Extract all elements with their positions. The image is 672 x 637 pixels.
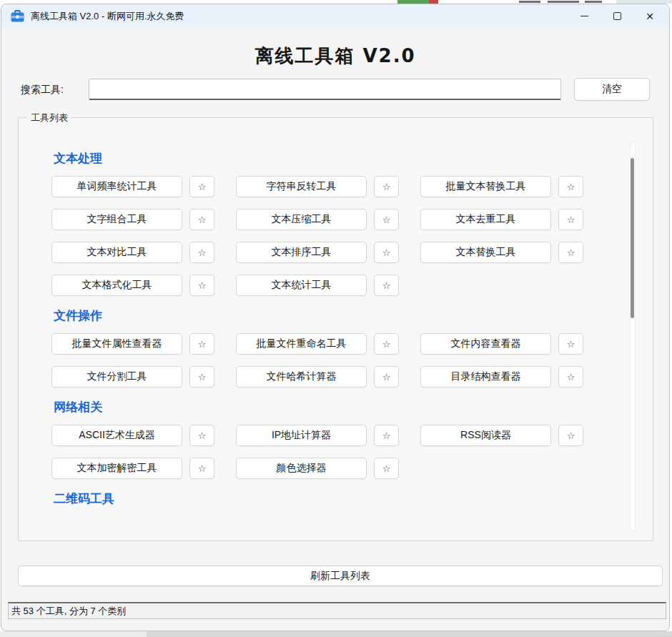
category-heading: 网络相关	[54, 399, 653, 416]
tool-button[interactable]: 文本去重工具	[420, 209, 551, 230]
tool-button[interactable]: 批量文件重命名工具	[236, 333, 367, 355]
tool-grid: ASCII艺术生成器☆IP地址计算器☆RSS阅读器☆文本加密解密工具☆颜色选择器…	[51, 425, 653, 479]
tool-button[interactable]: 文本排序工具	[236, 242, 367, 263]
tool-cell: 文本去重工具☆	[420, 209, 605, 230]
tool-button[interactable]: 文件内容查看器	[420, 333, 551, 355]
favorite-star-button[interactable]: ☆	[189, 176, 214, 197]
tool-button[interactable]: 批量文件属性查看器	[51, 333, 182, 355]
tool-cell: 文本格式化工具☆	[51, 275, 236, 296]
tool-button[interactable]: 文本统计工具	[236, 275, 367, 296]
tool-list-content: 文本处理单词频率统计工具☆字符串反转工具☆批量文本替换工具☆文字组合工具☆文本压…	[19, 118, 653, 508]
favorite-star-button[interactable]: ☆	[374, 425, 399, 446]
clear-button[interactable]: 清空	[574, 78, 650, 101]
tool-cell: 批量文本替换工具☆	[420, 176, 605, 197]
tool-list-groupbox: 文本处理单词频率统计工具☆字符串反转工具☆批量文本替换工具☆文字组合工具☆文本压…	[18, 117, 653, 541]
minimize-button[interactable]	[568, 4, 601, 28]
tool-cell: IP地址计算器☆	[236, 425, 420, 446]
favorite-star-button[interactable]: ☆	[189, 242, 214, 263]
tool-button[interactable]: 文字组合工具	[51, 209, 182, 230]
favorite-star-button[interactable]: ☆	[558, 366, 583, 387]
tool-grid: 单词频率统计工具☆字符串反转工具☆批量文本替换工具☆文字组合工具☆文本压缩工具☆…	[51, 176, 653, 296]
tool-cell: 文本对比工具☆	[51, 242, 236, 263]
tool-cell: ASCII艺术生成器☆	[51, 425, 236, 446]
favorite-star-button[interactable]: ☆	[558, 425, 583, 446]
toolbox-icon	[11, 10, 24, 22]
search-label: 搜索工具:	[21, 84, 64, 97]
search-row: 搜索工具: 清空	[1, 78, 669, 102]
tool-button[interactable]: 文本压缩工具	[236, 209, 367, 230]
favorite-star-button[interactable]: ☆	[374, 458, 399, 479]
titlebar: 离线工具箱 V2.0 - 断网可用.永久免费 ✕	[1, 4, 669, 28]
tool-cell: 文字组合工具☆	[51, 209, 236, 230]
scrollbar-thumb[interactable]	[631, 158, 634, 318]
tool-button[interactable]: 文件分割工具	[51, 366, 182, 387]
maximize-icon	[613, 12, 621, 20]
favorite-star-button[interactable]: ☆	[558, 209, 583, 230]
background-sliver-mark	[585, 1, 602, 3]
favorite-star-button[interactable]: ☆	[189, 275, 214, 296]
tool-button[interactable]: 颜色选择器	[236, 458, 367, 479]
tool-cell: 文本排序工具☆	[236, 242, 420, 263]
tool-button[interactable]: 文本格式化工具	[51, 275, 182, 296]
tool-cell: 文本压缩工具☆	[236, 209, 420, 230]
groupbox-legend: 工具列表	[27, 112, 71, 124]
tool-button[interactable]: RSS阅读器	[420, 425, 551, 446]
tool-button[interactable]: IP地址计算器	[236, 425, 367, 446]
desktop-strip-left	[0, 631, 147, 637]
category-heading: 二维码工具	[54, 490, 653, 508]
favorite-star-button[interactable]: ☆	[374, 242, 399, 263]
window-title: 离线工具箱 V2.0 - 断网可用.永久免费	[31, 10, 568, 23]
favorite-star-button[interactable]: ☆	[558, 242, 583, 263]
tool-cell: 文本统计工具☆	[236, 275, 420, 296]
favorite-star-button[interactable]: ☆	[374, 333, 399, 355]
tool-button[interactable]: 目录结构查看器	[420, 366, 551, 387]
favorite-star-button[interactable]: ☆	[558, 333, 583, 355]
favorite-star-button[interactable]: ☆	[558, 176, 583, 197]
favorite-star-button[interactable]: ☆	[189, 333, 214, 355]
tool-cell: 目录结构查看器☆	[420, 366, 605, 387]
search-input[interactable]	[89, 79, 561, 100]
tool-cell: 颜色选择器☆	[236, 458, 420, 479]
favorite-star-button[interactable]: ☆	[189, 209, 214, 230]
favorite-star-button[interactable]: ☆	[189, 425, 214, 446]
tool-cell: RSS阅读器☆	[420, 425, 605, 446]
tool-cell: 字符串反转工具☆	[236, 176, 420, 197]
tool-button[interactable]: 单词频率统计工具	[51, 176, 182, 197]
refresh-tools-button[interactable]: 刷新工具列表	[18, 566, 663, 586]
tool-button[interactable]: 文本对比工具	[51, 242, 182, 263]
app-window: 离线工具箱 V2.0 - 断网可用.永久免费 ✕ 离线工具箱 V2.0 搜索工具…	[1, 4, 670, 631]
favorite-star-button[interactable]: ☆	[189, 458, 214, 479]
close-icon: ✕	[646, 11, 654, 21]
tool-button[interactable]: 字符串反转工具	[236, 176, 367, 197]
tool-cell: 文本替换工具☆	[420, 242, 605, 263]
favorite-star-button[interactable]: ☆	[374, 209, 399, 230]
status-bar: 共 53 个工具, 分为 7 个类别	[8, 602, 666, 619]
tool-cell: 单词频率统计工具☆	[51, 176, 236, 197]
tool-button[interactable]: 批量文本替换工具	[420, 176, 551, 197]
category-heading: 文本处理	[54, 150, 653, 167]
scrollbar-track[interactable]	[630, 142, 636, 532]
tool-cell: 文本加密解密工具☆	[51, 458, 236, 479]
background-sliver-mark	[519, 1, 540, 3]
tool-cell: 文件分割工具☆	[51, 366, 236, 387]
close-button[interactable]: ✕	[633, 4, 666, 28]
favorite-star-button[interactable]: ☆	[189, 366, 214, 387]
minimize-icon	[580, 16, 588, 16]
tool-cell: 文件哈希计算器☆	[236, 366, 420, 387]
tool-cell: 批量文件重命名工具☆	[236, 333, 420, 355]
favorite-star-button[interactable]: ☆	[374, 176, 399, 197]
favorite-star-button[interactable]: ☆	[374, 366, 399, 387]
tool-grid: 批量文件属性查看器☆批量文件重命名工具☆文件内容查看器☆文件分割工具☆文件哈希计…	[51, 333, 653, 387]
tool-cell: 文件内容查看器☆	[420, 333, 605, 355]
window-controls: ✕	[568, 4, 666, 28]
background-sliver-mark	[548, 1, 579, 3]
tool-button[interactable]: 文件哈希计算器	[236, 366, 367, 387]
tool-button[interactable]: 文本加密解密工具	[51, 458, 182, 479]
tool-cell: 批量文件属性查看器☆	[51, 333, 236, 355]
tool-button[interactable]: 文本替换工具	[420, 242, 551, 263]
tool-button[interactable]: ASCII艺术生成器	[51, 425, 182, 446]
favorite-star-button[interactable]: ☆	[374, 275, 399, 296]
category-heading: 文件操作	[54, 307, 653, 325]
status-text: 共 53 个工具, 分为 7 个类别	[11, 605, 126, 618]
maximize-button[interactable]	[601, 4, 633, 28]
